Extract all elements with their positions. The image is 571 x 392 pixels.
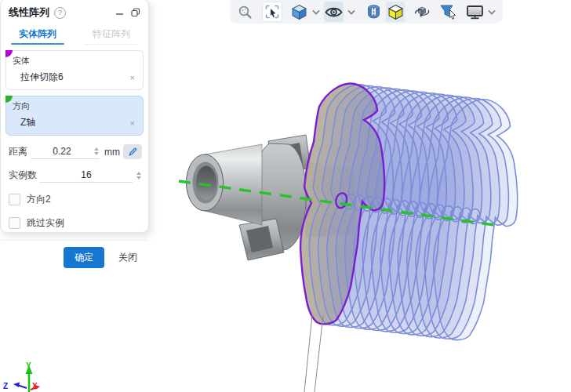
tab-feature-pattern[interactable]: 特征阵列 <box>75 24 148 45</box>
display-mode-icon[interactable] <box>465 2 484 22</box>
chevron-down-icon[interactable] <box>346 2 357 22</box>
zoom-search-icon[interactable] <box>235 2 254 22</box>
linear-pattern-panel: 线性阵列 ? 实体阵列 特征阵列 实体 拉伸切除6 × 方向 <box>0 0 149 233</box>
panel-header: 线性阵列 ? <box>1 0 148 21</box>
distance-label: 距离 <box>9 145 27 158</box>
skip-instances-row[interactable]: 跳过实例 <box>9 216 148 230</box>
skip-instances-label: 跳过实例 <box>27 216 64 230</box>
edit-dimension-button[interactable] <box>123 144 142 159</box>
count-row: 实例数 16 <box>1 168 148 183</box>
triad-y-label: Y <box>26 361 31 370</box>
selection-filter-icon[interactable] <box>438 2 457 22</box>
count-label: 实例数 <box>9 169 37 182</box>
solid-cube-icon[interactable] <box>386 2 405 22</box>
direction2-row[interactable]: 方向2 <box>9 193 148 206</box>
body-field-label: 实体 <box>13 55 136 67</box>
triad-z-label: Z <box>3 382 8 390</box>
clear-icon[interactable]: × <box>130 118 136 128</box>
distance-unit: mm <box>104 147 120 158</box>
restore-icon[interactable] <box>131 8 140 17</box>
body-field-value: 拉伸切除6 <box>13 71 130 84</box>
clear-icon[interactable]: × <box>130 73 136 82</box>
view-toolbar <box>230 0 503 24</box>
body-field-marker <box>5 50 13 57</box>
direction-field-card[interactable]: 方向 Z轴 × <box>5 96 144 136</box>
pick-frame-icon[interactable] <box>262 2 282 22</box>
panel-title: 线性阵列 <box>9 5 49 20</box>
distance-row: 距离 0.22 mm <box>1 144 148 159</box>
coordinate-triad: Y Z X <box>3 361 40 392</box>
count-input[interactable]: 16 <box>40 168 133 183</box>
tab-solid-pattern[interactable]: 实体阵列 <box>1 24 75 45</box>
section-ring-icon[interactable] <box>365 2 384 22</box>
leader-lines <box>304 315 323 392</box>
visibility-eye-icon[interactable] <box>324 2 344 22</box>
pencil-icon <box>128 147 138 157</box>
distance-input[interactable]: 0.22 <box>31 144 100 159</box>
body-field-card[interactable]: 实体 拉伸切除6 × <box>5 50 144 90</box>
pattern-tabs: 实体阵列 特征阵列 <box>1 24 148 45</box>
chevron-down-icon[interactable] <box>486 2 497 22</box>
triad-x-label: X <box>32 382 38 390</box>
close-button[interactable]: 关闭 <box>117 248 139 267</box>
count-stepper[interactable] <box>136 172 142 180</box>
minimize-icon[interactable] <box>115 9 124 17</box>
help-icon[interactable]: ? <box>54 7 66 19</box>
chevron-down-icon[interactable] <box>311 2 322 22</box>
direction2-label: 方向2 <box>27 193 51 206</box>
direction-field-value: Z轴 <box>13 116 130 129</box>
direction2-checkbox[interactable] <box>9 194 20 205</box>
pattern-instances <box>309 85 517 340</box>
distance-stepper[interactable] <box>93 147 100 155</box>
shaded-cube-icon[interactable] <box>289 2 308 22</box>
orbit-rotate-icon[interactable] <box>413 2 431 22</box>
skip-instances-checkbox[interactable] <box>9 217 20 229</box>
direction-field-marker <box>5 96 13 103</box>
ok-button[interactable]: 确定 <box>64 247 104 268</box>
direction-field-label: 方向 <box>13 100 136 112</box>
